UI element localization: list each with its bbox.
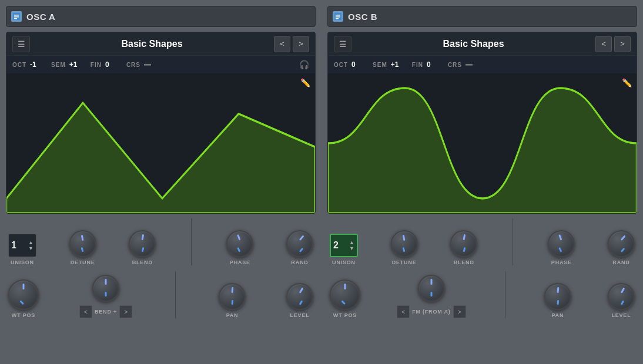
osc-b-oct-value[interactable]: 0 xyxy=(351,60,363,69)
osc-b-sem-label: SEM xyxy=(373,62,387,68)
osc-b-blend-label: BLEND xyxy=(454,259,474,265)
osc-b-fm-label: FM (FROM A) xyxy=(412,309,450,315)
osc-b-fm-prev[interactable]: < xyxy=(397,305,410,318)
osc-b-controls-row1: 2 ▲ ▼ UNISON DETUNE BLEND xyxy=(327,218,637,265)
osc-a-controls-row1: 1 ▲ ▼ UNISON DETUNE BLEND xyxy=(6,218,316,265)
osc-b-pan-label: PAN xyxy=(551,312,564,318)
osc-a-crs-value[interactable]: — xyxy=(144,60,156,69)
osc-b-rand-group: RAND xyxy=(608,230,635,265)
osc-b-preset-header: ☰ Basic Shapes < > xyxy=(328,32,637,56)
osc-b-rand-knob[interactable] xyxy=(608,230,635,257)
osc-b-unison-spinner[interactable]: 2 ▲ ▼ xyxy=(330,234,358,257)
osc-b-phase-group: PHASE xyxy=(548,230,575,265)
osc-a-icon xyxy=(11,11,22,22)
osc-a-pan-knob[interactable] xyxy=(219,283,246,310)
osc-b-level-group: LEVEL xyxy=(608,283,635,318)
osc-a-detune-group: DETUNE xyxy=(69,230,96,265)
osc-b-oct-item: OCT 0 xyxy=(334,60,363,69)
osc-a-bend-knob[interactable] xyxy=(92,275,119,302)
osc-b-level-knob[interactable] xyxy=(608,283,635,310)
osc-b-panel: OSC B ☰ Basic Shapes < > OCT 0 SEM +1 FI… xyxy=(322,0,643,364)
osc-b-nav-prev[interactable]: < xyxy=(595,36,612,52)
osc-a-headphone-icon[interactable]: 🎧 xyxy=(299,60,309,69)
osc-b-sem-value[interactable]: +1 xyxy=(391,60,403,69)
osc-a-crs-item: CRS — xyxy=(126,60,156,69)
osc-b-fm-next[interactable]: > xyxy=(453,305,466,318)
osc-b-blend-knob[interactable] xyxy=(450,230,477,257)
osc-a-level-knob[interactable] xyxy=(286,283,313,310)
osc-a-preset-header: ☰ Basic Shapes < > xyxy=(6,32,315,56)
osc-a-preset-name: Basic Shapes xyxy=(34,39,270,49)
osc-a-panel: OSC A ☰ Basic Shapes < > OCT -1 SEM +1 F… xyxy=(0,0,322,364)
osc-a-tune-row: OCT -1 SEM +1 FIN 0 CRS — 🎧 xyxy=(6,56,315,73)
osc-b-fin-value[interactable]: 0 xyxy=(427,60,438,69)
osc-b-crs-value[interactable]: — xyxy=(465,60,477,69)
osc-b-unison-up[interactable]: ▲ xyxy=(349,240,354,245)
osc-a-detune-knob[interactable] xyxy=(69,230,96,257)
osc-a-fin-item: FIN 0 xyxy=(91,60,117,69)
osc-b-fm-knob[interactable] xyxy=(418,275,445,302)
osc-a-nav-prev[interactable]: < xyxy=(274,36,290,52)
osc-a-level-group: LEVEL xyxy=(286,283,313,318)
osc-b-unison-down[interactable]: ▼ xyxy=(349,246,354,251)
osc-a-bend-label: BEND + xyxy=(95,309,117,315)
osc-a-crs-label: CRS xyxy=(126,62,140,68)
osc-a-blend-label: BLEND xyxy=(132,259,153,265)
osc-b-crs-item: CRS — xyxy=(448,60,477,69)
osc-a-oct-value[interactable]: -1 xyxy=(30,60,42,69)
osc-b-unison-label: UNISON xyxy=(332,259,356,265)
svg-rect-1 xyxy=(14,15,19,16)
osc-a-unison-value: 1 xyxy=(11,240,16,251)
osc-b-level-label: LEVEL xyxy=(611,312,631,318)
osc-a-blend-knob[interactable] xyxy=(129,230,156,257)
osc-a-unison-up[interactable]: ▲ xyxy=(28,240,34,245)
osc-a-wtpos-label: WT POS xyxy=(12,312,35,318)
osc-a-wtpos-group: WT POS xyxy=(8,279,39,318)
osc-a-nav: < > xyxy=(274,36,309,52)
osc-a-preset-menu-btn[interactable]: ☰ xyxy=(12,36,30,52)
osc-a-sem-item: SEM +1 xyxy=(51,60,81,69)
osc-b-wtpos-group: WT POS xyxy=(330,279,360,318)
osc-b-nav: < > xyxy=(595,36,631,52)
osc-b-waveform-display: ✏️ xyxy=(328,73,637,213)
osc-b-waveform-container: ☰ Basic Shapes < > OCT 0 SEM +1 FIN 0 CR… xyxy=(327,32,637,214)
osc-b-phase-knob[interactable] xyxy=(548,230,575,257)
osc-a-unison-down[interactable]: ▼ xyxy=(28,246,34,251)
osc-b-divider1 xyxy=(513,218,513,265)
osc-a-bend-prev[interactable]: < xyxy=(79,305,92,318)
osc-b-phase-label: PHASE xyxy=(551,259,572,265)
osc-a-phase-knob[interactable] xyxy=(226,230,253,257)
osc-a-unison-spinner[interactable]: 1 ▲ ▼ xyxy=(8,234,36,257)
osc-a-wtpos-knob[interactable] xyxy=(8,279,39,310)
osc-b-rand-label: RAND xyxy=(612,259,629,265)
osc-a-edit-icon[interactable]: ✏️ xyxy=(300,78,310,87)
osc-a-detune-label: DETUNE xyxy=(71,259,95,265)
svg-rect-6 xyxy=(336,15,340,16)
osc-a-fin-value[interactable]: 0 xyxy=(105,60,117,69)
osc-b-nav-next[interactable]: > xyxy=(614,36,631,52)
osc-a-divider1 xyxy=(191,218,192,265)
osc-b-title: OSC B xyxy=(348,12,377,22)
osc-b-icon xyxy=(333,11,343,22)
osc-a-bend-next[interactable]: > xyxy=(119,305,132,318)
osc-a-header: OSC A xyxy=(6,6,316,27)
osc-b-edit-icon[interactable]: ✏️ xyxy=(622,78,632,87)
osc-a-rand-group: RAND xyxy=(286,230,313,265)
osc-a-phase-group: PHASE xyxy=(226,230,253,265)
osc-b-tune-row: OCT 0 SEM +1 FIN 0 CRS — xyxy=(328,56,637,73)
osc-a-pan-label: PAN xyxy=(226,312,239,318)
osc-b-preset-menu-btn[interactable]: ☰ xyxy=(334,36,351,52)
svg-rect-2 xyxy=(14,16,19,18)
osc-a-sem-label: SEM xyxy=(51,62,66,68)
osc-b-pan-knob[interactable] xyxy=(544,283,571,310)
svg-rect-7 xyxy=(336,16,340,18)
osc-a-nav-next[interactable]: > xyxy=(293,36,309,52)
osc-b-oct-label: OCT xyxy=(334,62,348,68)
osc-b-detune-knob[interactable] xyxy=(391,230,418,257)
osc-b-wtpos-knob[interactable] xyxy=(330,279,360,310)
osc-a-sem-value[interactable]: +1 xyxy=(69,60,81,69)
osc-a-rand-knob[interactable] xyxy=(286,230,313,257)
osc-a-fin-label: FIN xyxy=(91,62,102,68)
svg-rect-8 xyxy=(336,18,339,19)
osc-b-controls-row2: WT POS < FM (FROM A) > PAN xyxy=(327,271,637,318)
